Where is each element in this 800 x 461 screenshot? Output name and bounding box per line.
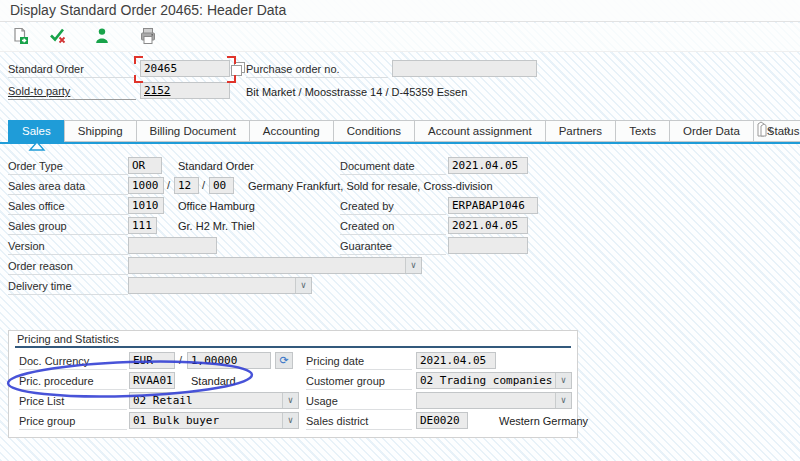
sales-office-desc: Office Hamburg: [178, 200, 255, 212]
chevron-down-icon: ∨: [282, 413, 298, 428]
doc-currency-label: Doc. Currency: [19, 355, 127, 370]
print-output-button[interactable]: [136, 26, 160, 48]
sales-district-field[interactable]: DE0020: [416, 412, 468, 429]
sold-to-address: Bit Market / Moosstrasse 14 / D-45359 Es…: [246, 86, 467, 98]
standard-order-label: Standard Order: [8, 63, 136, 78]
groupbox-title: Pricing and Statistics: [17, 333, 119, 345]
pric-procedure-desc: Standard: [191, 375, 236, 387]
chevron-down-icon: ∨: [295, 278, 311, 293]
tab-accounting[interactable]: Accounting: [249, 120, 334, 142]
distribution-channel-field[interactable]: 12: [174, 177, 199, 194]
price-group-label: Price group: [19, 415, 127, 430]
partner-button[interactable]: [90, 26, 114, 48]
document-date-field[interactable]: 2021.04.05: [448, 157, 528, 174]
exchange-rate-field[interactable]: 1,00000: [187, 352, 271, 369]
created-on-label: Created on: [340, 220, 446, 235]
application-toolbar: [0, 23, 800, 52]
sales-group-field[interactable]: 111: [128, 217, 157, 234]
document-flow-icon: [11, 27, 29, 48]
division-field[interactable]: 00: [209, 177, 234, 194]
delivery-time-dropdown[interactable]: ∨: [128, 277, 312, 294]
purchase-order-label: Purchase order no.: [246, 63, 388, 78]
created-on-field[interactable]: 2021.04.05: [448, 217, 528, 234]
purchase-order-field[interactable]: [392, 60, 537, 77]
sales-district-label: Sales district: [306, 415, 412, 430]
tab-accent-line: [0, 142, 800, 144]
price-group-dropdown[interactable]: 01 Bulk buyer ∨: [129, 412, 299, 429]
tab-scroll-left-icon[interactable]: ‹: [768, 118, 773, 140]
doc-currency-field[interactable]: EUR: [129, 352, 175, 369]
chevron-down-icon: ∨: [555, 373, 571, 388]
matchcode-icon[interactable]: [231, 62, 245, 76]
tab-sales[interactable]: Sales: [8, 120, 65, 142]
usage-label: Usage: [306, 395, 412, 410]
partner-person-icon: [93, 27, 111, 48]
delivery-time-label: Delivery time: [8, 280, 128, 295]
sales-office-label: Sales office: [8, 200, 128, 215]
pricing-date-field[interactable]: 2021.04.05: [416, 352, 496, 369]
tab-conditions[interactable]: Conditions: [333, 120, 415, 142]
order-type-desc: Standard Order: [178, 160, 254, 172]
chevron-down-icon: ∨: [555, 393, 571, 408]
order-type-field[interactable]: OR: [128, 157, 162, 174]
separator: /: [167, 179, 170, 191]
tab-scroll-right-icon[interactable]: ›: [786, 118, 791, 140]
tab-billing-document[interactable]: Billing Document: [136, 120, 250, 142]
tab-order-data[interactable]: Order Data: [669, 120, 754, 142]
order-reason-dropdown[interactable]: ∨: [128, 257, 422, 274]
price-list-dropdown[interactable]: 02 Retail ∨: [129, 392, 299, 409]
sold-to-party-label[interactable]: Sold-to party: [8, 85, 136, 100]
price-list-label: Price List: [19, 395, 127, 410]
standard-order-field[interactable]: 20465: [140, 60, 230, 77]
document-flow-button[interactable]: [8, 26, 32, 48]
order-type-label: Order Type: [8, 160, 128, 175]
created-by-field[interactable]: ERPABAP1046: [448, 197, 538, 214]
sales-area-label: Sales area data: [8, 180, 128, 195]
separator: /: [179, 354, 182, 366]
tab-texts[interactable]: Texts: [615, 120, 670, 142]
sales-org-field[interactable]: 1000: [128, 177, 164, 194]
guarantee-label: Guarantee: [340, 240, 446, 255]
customer-group-label: Customer group: [306, 375, 412, 390]
tab-account-assignment[interactable]: Account assignment: [414, 120, 546, 142]
guarantee-field[interactable]: [448, 237, 528, 254]
document-date-label: Document date: [340, 160, 446, 175]
tab-partners[interactable]: Partners: [545, 120, 616, 142]
sales-area-desc: Germany Frankfurt, Sold for resale, Cros…: [248, 180, 493, 192]
created-by-label: Created by: [340, 200, 446, 215]
print-output-icon: [139, 27, 157, 48]
groupbox-rule: [15, 346, 571, 348]
sales-office-field[interactable]: 1010: [128, 197, 164, 214]
refresh-rate-icon[interactable]: ⟳: [275, 352, 293, 369]
sap-window: Display Standard Order 20465: Header Dat…: [0, 0, 800, 461]
status-check-icon: [49, 27, 67, 48]
version-field[interactable]: [128, 237, 217, 254]
tab-overflow-icon[interactable]: [757, 121, 767, 141]
separator: /: [202, 179, 205, 191]
sold-to-party-field[interactable]: 2152: [140, 82, 230, 99]
sales-group-label: Sales group: [8, 220, 128, 235]
tab-strip: Sales Shipping Billing Document Accounti…: [8, 120, 800, 142]
window-title: Display Standard Order 20465: Header Dat…: [0, 0, 800, 22]
status-check-button[interactable]: [46, 26, 70, 48]
order-reason-label: Order reason: [8, 260, 128, 275]
chevron-down-icon: ∨: [405, 258, 421, 273]
sales-group-desc: Gr. H2 Mr. Thiel: [178, 220, 255, 232]
usage-dropdown[interactable]: ∨: [416, 392, 572, 409]
pric-procedure-label: Pric. procedure: [19, 375, 127, 390]
sales-district-desc: Western Germany: [499, 415, 588, 427]
pric-procedure-field[interactable]: RVAA01: [129, 372, 175, 389]
pricing-date-label: Pricing date: [306, 355, 412, 370]
chevron-down-icon: ∨: [282, 393, 298, 408]
pricing-statistics-groupbox: Pricing and Statistics Doc. Currency EUR…: [8, 330, 578, 438]
customer-group-dropdown[interactable]: 02 Trading companies ∨: [416, 372, 572, 389]
tab-shipping[interactable]: Shipping: [64, 120, 137, 142]
version-label: Version: [8, 240, 128, 255]
